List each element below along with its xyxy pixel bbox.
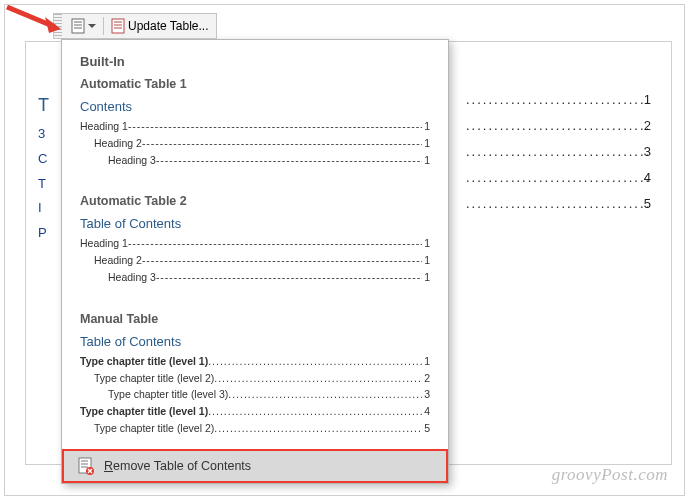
svg-marker-1 bbox=[45, 17, 61, 33]
toc-preview-heading: Table of Contents bbox=[80, 334, 430, 349]
update-table-button[interactable]: Update Table... bbox=[104, 14, 216, 38]
update-table-label: Update Table... bbox=[128, 19, 209, 33]
callout-arrow bbox=[5, 5, 75, 45]
watermark: groovyPost.com bbox=[552, 465, 668, 485]
gallery-item-title: Automatic Table 1 bbox=[80, 77, 430, 91]
remove-toc-icon bbox=[78, 457, 94, 475]
update-icon bbox=[111, 18, 125, 34]
doc-left-edge-text: T 3 C T I P bbox=[38, 88, 49, 246]
doc-toc-line: ........................................… bbox=[466, 118, 651, 133]
toc-entry: Heading 1-------------------------------… bbox=[80, 118, 430, 135]
toc-entry: Type chapter title (level 1)............… bbox=[80, 353, 430, 370]
doc-toc-line: ........................................… bbox=[466, 196, 651, 211]
chevron-down-icon bbox=[88, 24, 96, 28]
gallery-item-automatic-table-2[interactable]: Automatic Table 2 Table of Contents Head… bbox=[80, 194, 430, 285]
toc-entry: Heading 3-------------------------------… bbox=[80, 269, 430, 286]
toc-entry: Heading 1-------------------------------… bbox=[80, 235, 430, 252]
doc-toc-line: ........................................… bbox=[466, 92, 651, 107]
toc-mini-toolbar: Update Table... bbox=[53, 13, 217, 39]
gallery-item-title: Manual Table bbox=[80, 312, 430, 326]
toc-preview-heading: Contents bbox=[80, 99, 430, 114]
toc-entry: Type chapter title (level 3)............… bbox=[80, 386, 430, 403]
gallery-item-automatic-table-1[interactable]: Automatic Table 1 Contents Heading 1----… bbox=[80, 77, 430, 168]
remove-toc-button[interactable]: Remove Table of Contents bbox=[62, 449, 448, 483]
toc-entry: Heading 2-------------------------------… bbox=[80, 135, 430, 152]
toc-entry: Type chapter title (level 1)............… bbox=[80, 403, 430, 420]
gallery-item-manual-table[interactable]: Manual Table Table of Contents Type chap… bbox=[80, 312, 430, 437]
doc-text-partial: I bbox=[38, 196, 49, 221]
doc-toc-line: ........................................… bbox=[466, 144, 651, 159]
toc-entry: Heading 2-------------------------------… bbox=[80, 252, 430, 269]
toc-entry: Type chapter title (level 2)............… bbox=[80, 370, 430, 387]
gallery-item-title: Automatic Table 2 bbox=[80, 194, 430, 208]
toc-preview-heading: Table of Contents bbox=[80, 216, 430, 231]
toc-gallery-dropdown: Built-In Automatic Table 1 Contents Head… bbox=[61, 39, 449, 484]
doc-toc-line: ........................................… bbox=[466, 170, 651, 185]
svg-rect-6 bbox=[112, 19, 124, 33]
doc-text-partial: C bbox=[38, 147, 49, 172]
gallery-header: Built-In bbox=[80, 54, 430, 69]
toc-entry: Type chapter title (level 2)............… bbox=[80, 420, 430, 437]
doc-heading-partial: T bbox=[38, 88, 49, 122]
remove-toc-label: Remove Table of Contents bbox=[104, 459, 251, 473]
doc-text-partial: 3 bbox=[38, 122, 49, 147]
doc-text-partial: T bbox=[38, 172, 49, 197]
toc-entry: Heading 3-------------------------------… bbox=[80, 152, 430, 169]
doc-text-partial: P bbox=[38, 221, 49, 246]
